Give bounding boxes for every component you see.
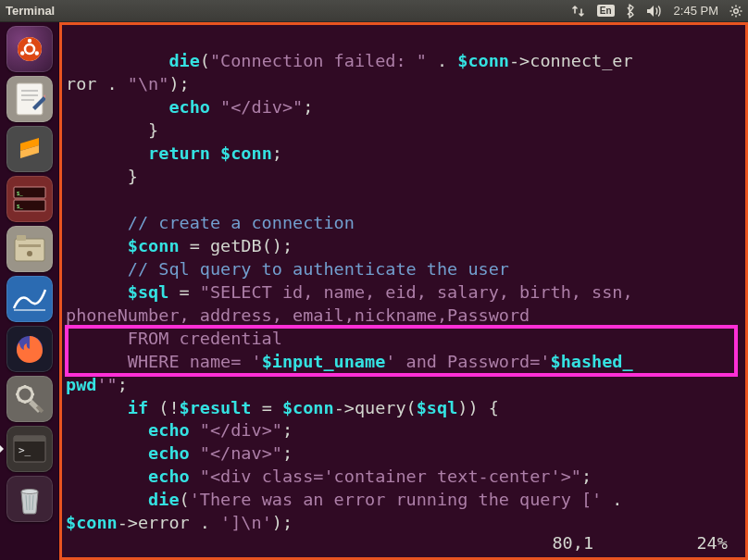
svg-rect-32 (14, 436, 45, 442)
svg-text:$_: $_ (17, 204, 23, 209)
volume-icon[interactable] (646, 5, 663, 18)
launcher-dash[interactable] (6, 26, 53, 72)
svg-rect-23 (15, 239, 44, 261)
launcher-trash[interactable] (6, 476, 53, 522)
svg-line-5 (731, 6, 732, 7)
launcher-files[interactable] (6, 226, 53, 272)
gear-icon[interactable] (729, 5, 742, 18)
network-icon[interactable] (571, 5, 586, 18)
svg-point-13 (34, 51, 38, 55)
clock[interactable]: 2:45 PM (674, 4, 718, 18)
window-title: Terminal (6, 4, 55, 18)
svg-rect-15 (17, 83, 43, 115)
svg-line-7 (739, 6, 740, 7)
launcher-settings[interactable] (6, 376, 53, 422)
launcher-wireshark[interactable] (6, 276, 53, 322)
svg-point-12 (20, 51, 24, 55)
svg-point-11 (27, 39, 31, 43)
svg-text:$_: $_ (17, 191, 23, 196)
launcher-firefox[interactable] (6, 326, 53, 372)
launcher-sublime[interactable] (6, 126, 53, 172)
launcher-text-editor[interactable] (6, 76, 53, 122)
svg-rect-25 (19, 244, 41, 247)
launcher: $_$_ >_ (0, 22, 59, 560)
svg-point-0 (734, 8, 739, 13)
svg-point-34 (21, 490, 38, 494)
launcher-app[interactable]: $_$_ (6, 176, 53, 222)
svg-point-26 (27, 251, 32, 256)
svg-text:>_: >_ (19, 444, 31, 456)
svg-line-6 (739, 14, 740, 15)
svg-rect-24 (17, 235, 26, 241)
menubar: Terminal En 2:45 PM (0, 0, 748, 22)
keyboard-indicator[interactable]: En (597, 5, 615, 17)
launcher-terminal[interactable]: >_ (6, 426, 53, 472)
bluetooth-icon[interactable] (626, 4, 635, 19)
vim-status-line: 80,1 24% (62, 532, 738, 555)
svg-line-8 (731, 14, 732, 15)
terminal-window[interactable]: die("Connection failed: " . $conn->conne… (59, 22, 748, 560)
